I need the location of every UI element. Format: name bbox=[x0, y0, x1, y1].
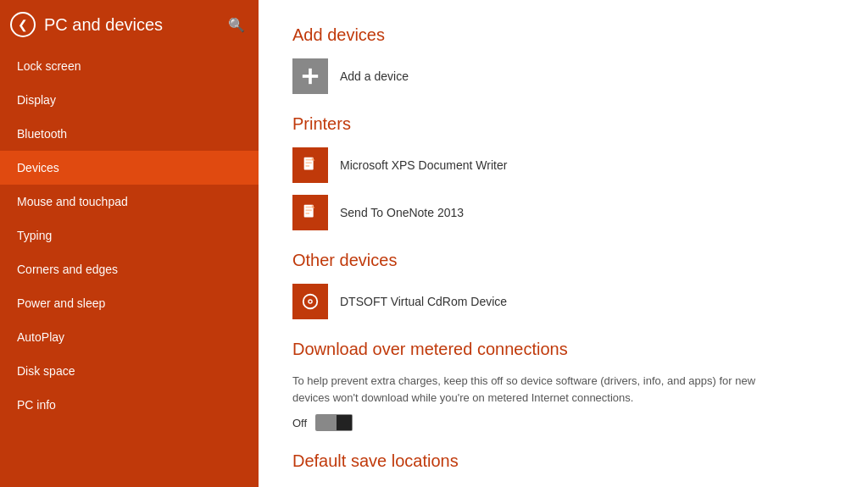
metered-section: Download over metered connections To hel… bbox=[292, 340, 834, 431]
svg-rect-5 bbox=[306, 165, 310, 167]
other-devices-section: Other devices DTSOFT Virtual CdRom Devic… bbox=[292, 251, 834, 319]
metered-desc: To help prevent extra charges, keep this… bbox=[292, 373, 784, 406]
plus-icon bbox=[301, 67, 320, 86]
printer-icon-xps bbox=[292, 147, 328, 183]
printer-file-icon-2 bbox=[301, 203, 320, 222]
sidebar-item-power-sleep[interactable]: Power and sleep bbox=[0, 286, 259, 320]
back-arrow-icon: ❮ bbox=[18, 19, 28, 30]
printer-icon-onenote bbox=[292, 195, 328, 230]
back-button[interactable]: ❮ bbox=[10, 12, 36, 37]
sidebar-item-pc-info[interactable]: PC info bbox=[0, 388, 259, 422]
cdrom-icon bbox=[292, 284, 328, 319]
printer-item-xps[interactable]: Microsoft XPS Document Writer bbox=[292, 147, 834, 183]
sidebar: ❮ PC and devices 🔍 Lock screenDisplayBlu… bbox=[0, 0, 259, 487]
sidebar-item-disk-space[interactable]: Disk space bbox=[0, 354, 259, 388]
printer-label-xps: Microsoft XPS Document Writer bbox=[340, 158, 507, 172]
search-button[interactable]: 🔍 bbox=[228, 17, 245, 33]
sidebar-item-corners-edges[interactable]: Corners and edges bbox=[0, 252, 259, 286]
svg-rect-4 bbox=[306, 162, 312, 163]
sidebar-item-bluetooth[interactable]: Bluetooth bbox=[0, 117, 259, 151]
disc-icon bbox=[301, 292, 320, 311]
default-save-section: Default save locations Save music, pictu… bbox=[292, 451, 834, 487]
add-devices-title: Add devices bbox=[292, 25, 834, 45]
printer-file-icon bbox=[301, 156, 320, 174]
printer-label-onenote: Send To OneNote 2013 bbox=[340, 206, 464, 219]
sidebar-header: ❮ PC and devices 🔍 bbox=[0, 0, 259, 49]
sidebar-title: PC and devices bbox=[44, 15, 220, 35]
main-content: Add devices Add a device Printers Micros… bbox=[259, 0, 868, 487]
toggle-row: Off bbox=[292, 414, 834, 431]
svg-rect-3 bbox=[306, 159, 312, 161]
svg-rect-9 bbox=[306, 213, 310, 214]
svg-rect-7 bbox=[306, 207, 312, 208]
printers-section: Printers Microsoft XPS Document Writer S… bbox=[292, 114, 834, 230]
add-device-label: Add a device bbox=[340, 69, 409, 83]
printer-item-onenote[interactable]: Send To OneNote 2013 bbox=[292, 195, 834, 230]
sidebar-item-lock-screen[interactable]: Lock screen bbox=[0, 49, 259, 83]
printers-title: Printers bbox=[292, 114, 834, 134]
add-device-icon bbox=[292, 58, 328, 94]
svg-point-12 bbox=[309, 301, 312, 303]
sidebar-nav: Lock screenDisplayBluetoothDevicesMouse … bbox=[0, 49, 259, 487]
svg-rect-8 bbox=[306, 209, 312, 211]
sidebar-item-mouse-touchpad[interactable]: Mouse and touchpad bbox=[0, 185, 259, 219]
add-devices-section: Add devices Add a device bbox=[292, 25, 834, 94]
default-save-title: Default save locations bbox=[292, 451, 834, 471]
sidebar-item-display[interactable]: Display bbox=[0, 83, 259, 117]
add-device-item[interactable]: Add a device bbox=[292, 58, 834, 94]
cdrom-label: DTSOFT Virtual CdRom Device bbox=[340, 295, 507, 308]
svg-rect-1 bbox=[303, 75, 318, 78]
sidebar-item-autoplay[interactable]: AutoPlay bbox=[0, 320, 259, 354]
sidebar-item-typing[interactable]: Typing bbox=[0, 219, 259, 252]
metered-title: Download over metered connections bbox=[292, 340, 834, 359]
toggle-label: Off bbox=[292, 417, 307, 429]
other-devices-title: Other devices bbox=[292, 251, 834, 270]
toggle-thumb bbox=[337, 415, 352, 430]
metered-toggle[interactable] bbox=[315, 414, 353, 431]
other-device-cdrom[interactable]: DTSOFT Virtual CdRom Device bbox=[292, 284, 834, 319]
sidebar-item-devices[interactable]: Devices bbox=[0, 151, 259, 185]
